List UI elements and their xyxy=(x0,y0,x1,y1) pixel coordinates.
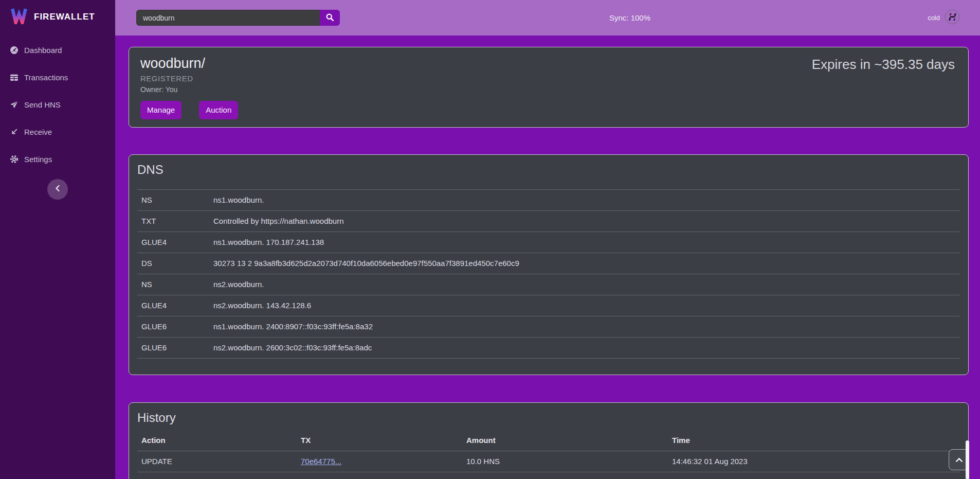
search-icon xyxy=(325,13,334,23)
search-button[interactable] xyxy=(320,10,340,26)
sidebar: FIREWALLET Dashboard xyxy=(0,0,115,479)
auction-button[interactable]: Auction xyxy=(199,101,238,119)
domain-owner: Owner: You xyxy=(140,85,957,94)
dns-record-value: Controlled by https://nathan.woodburn xyxy=(209,211,960,232)
sidebar-item-transactions[interactable]: Transactions xyxy=(0,71,115,83)
wallet-indicator[interactable]: cold H xyxy=(928,0,960,36)
dns-record-row: TXT Controlled by https://nathan.woodbur… xyxy=(137,211,960,232)
sidebar-item-label: Dashboard xyxy=(24,46,62,55)
sidebar-nav: Dashboard Transactions Send HNS xyxy=(0,44,115,165)
search-input[interactable] xyxy=(136,10,320,26)
dns-card: DNS NS ns1.woodburn. TXT Controlled by h… xyxy=(129,154,969,375)
chevron-up-icon xyxy=(955,455,963,465)
sidebar-item-label: Receive xyxy=(24,128,52,136)
main-content: woodburn/ REGISTERED Owner: You Manage A… xyxy=(115,36,980,479)
history-amount: 10.0 HNS xyxy=(462,451,668,472)
dns-record-row: GLUE6 ns1.woodburn. 2400:8907::f03c:93ff… xyxy=(137,316,960,338)
dns-record-value: ns1.woodburn. 2400:8907::f03c:93ff:fe5a:… xyxy=(209,316,960,338)
receive-icon xyxy=(10,128,19,136)
dns-record-type: DS xyxy=(137,253,209,274)
send-icon xyxy=(10,100,19,109)
brand-logo: FIREWALLET xyxy=(0,0,115,33)
hns-logo-icon: H xyxy=(945,9,960,26)
domain-status: REGISTERED xyxy=(140,74,957,83)
history-action: RENEW xyxy=(137,472,297,479)
dns-record-value: ns1.woodburn. xyxy=(209,190,960,211)
transactions-icon xyxy=(10,73,19,82)
dns-record-value: ns1.woodburn. 170.187.241.138 xyxy=(209,232,960,253)
sidebar-item-receive[interactable]: Receive xyxy=(0,126,115,138)
dns-record-type: TXT xyxy=(137,211,209,232)
dns-record-row: GLUE4 ns1.woodburn. 170.187.241.138 xyxy=(137,232,960,253)
sidebar-item-send-hns[interactable]: Send HNS xyxy=(0,98,115,111)
dns-record-row: GLUE4 ns2.woodburn. 143.42.128.6 xyxy=(137,295,960,316)
sidebar-collapse-button[interactable] xyxy=(47,179,68,200)
domain-card: woodburn/ REGISTERED Owner: You Manage A… xyxy=(129,47,969,128)
dns-record-value: ns2.woodburn. 2600:3c02::f03c:93ff:fe5a:… xyxy=(209,338,960,359)
history-amount: 10.0 HNS xyxy=(462,472,668,479)
history-table: Action TX Amount Time UPDATE 70e64775...… xyxy=(137,430,960,479)
history-action: UPDATE xyxy=(137,451,297,472)
manage-button[interactable]: Manage xyxy=(140,101,182,119)
dns-record-type: NS xyxy=(137,274,209,295)
sync-status: Sync: 100% xyxy=(609,0,650,36)
brand-name: FIREWALLET xyxy=(34,12,95,22)
dns-record-type: GLUE4 xyxy=(137,232,209,253)
dns-record-type: GLUE6 xyxy=(137,316,209,338)
history-col-time: Time xyxy=(668,430,960,451)
sidebar-item-settings[interactable]: Settings xyxy=(0,153,115,165)
dns-record-row: NS ns1.woodburn. xyxy=(137,190,960,211)
dns-record-row: NS ns2.woodburn. xyxy=(137,274,960,295)
dashboard-icon xyxy=(10,46,19,55)
tx-link[interactable]: 70e64775... xyxy=(301,457,341,466)
expires-label: Expires in ~395.35 days xyxy=(812,57,955,73)
history-col-amount: Amount xyxy=(462,430,668,451)
settings-gear-icon xyxy=(10,155,19,164)
history-col-action: Action xyxy=(137,430,297,451)
scrollbar-thumb[interactable] xyxy=(966,440,969,479)
dns-record-type: GLUE4 xyxy=(137,295,209,316)
sidebar-item-label: Settings xyxy=(24,155,52,164)
topbar: Sync: 100% cold H xyxy=(115,0,980,36)
firewallet-logo-icon xyxy=(10,8,28,26)
sidebar-item-label: Transactions xyxy=(24,73,68,82)
history-card: History Action TX Amount Time UPDATE 70e… xyxy=(129,402,969,479)
dns-record-value: ns2.woodburn. xyxy=(209,274,960,295)
search-bar xyxy=(136,10,340,26)
history-col-tx: TX xyxy=(297,430,462,451)
dns-record-row: GLUE6 ns2.woodburn. 2600:3c02::f03c:93ff… xyxy=(137,338,960,359)
dns-table: NS ns1.woodburn. TXT Controlled by https… xyxy=(137,189,960,359)
dns-title: DNS xyxy=(137,162,960,178)
history-time: 14:46:32 01 Aug 2023 xyxy=(668,451,960,472)
dns-record-row: DS 30273 13 2 9a3a8fb3d625d2a2073d740f10… xyxy=(137,253,960,274)
history-row: UPDATE 70e64775... 10.0 HNS 14:46:32 01 … xyxy=(137,451,960,472)
sidebar-item-label: Send HNS xyxy=(24,100,61,109)
dns-record-type: NS xyxy=(137,190,209,211)
history-title: History xyxy=(137,410,960,425)
history-time: 15:45:06 07 Jul 2023 xyxy=(668,472,960,479)
history-header-row: Action TX Amount Time xyxy=(137,430,960,451)
sidebar-item-dashboard[interactable]: Dashboard xyxy=(0,44,115,56)
history-row: RENEW 8d3f21bc... 10.0 HNS 15:45:06 07 J… xyxy=(137,472,960,479)
wallet-name: cold xyxy=(928,14,940,22)
dns-record-value: 30273 13 2 9a3a8fb3d625d2a2073d740f10da6… xyxy=(209,253,960,274)
dns-record-type: GLUE6 xyxy=(137,338,209,359)
chevron-left-icon xyxy=(54,184,61,194)
dns-record-value: ns2.woodburn. 143.42.128.6 xyxy=(209,295,960,316)
